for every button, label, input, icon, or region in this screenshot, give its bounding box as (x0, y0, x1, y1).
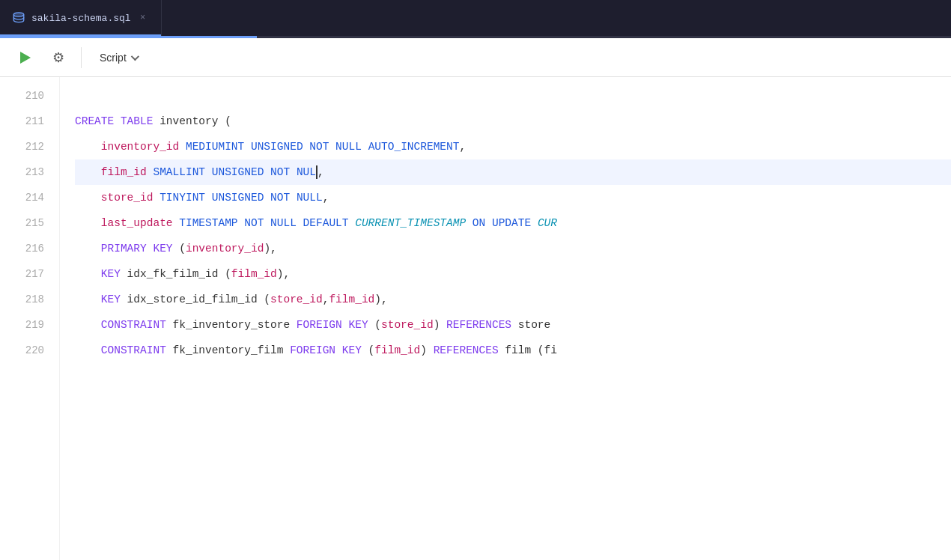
line-num-220: 220 (0, 338, 59, 363)
toolbar: ⚙ Script (0, 38, 951, 77)
code-editor[interactable]: CREATE TABLE inventory ( inventory_id ME… (60, 77, 951, 560)
script-dropdown-button[interactable]: Script (91, 47, 146, 68)
code-line-214: store_id TINYINT UNSIGNED NOT NULL, (75, 185, 951, 210)
tab-filename: sakila-schema.sql (31, 13, 131, 24)
tab-sakila-schema[interactable]: sakila-schema.sql × (0, 0, 162, 36)
code-line-212: inventory_id MEDIUMINT UNSIGNED NOT NULL… (75, 134, 951, 159)
run-icon (20, 52, 31, 64)
script-label: Script (100, 52, 127, 64)
settings-button[interactable]: ⚙ (45, 44, 72, 71)
tab-close-button[interactable]: × (137, 12, 149, 24)
code-line-216: PRIMARY KEY (inventory_id), (75, 236, 951, 261)
chevron-down-icon (131, 52, 139, 60)
line-num-215: 215 (0, 210, 59, 236)
gear-icon: ⚙ (52, 49, 64, 66)
code-line-213: film_id SMALLINT UNSIGNED NOT NUL, (75, 159, 951, 185)
line-num-214: 214 (0, 185, 59, 210)
svg-point-0 (13, 13, 24, 16)
code-line-218: KEY idx_store_id_film_id (store_id,film_… (75, 287, 951, 312)
line-num-217: 217 (0, 261, 59, 287)
db-icon (12, 11, 25, 25)
line-num-211: 211 (0, 109, 59, 134)
line-num-213: 213 (0, 159, 59, 185)
editor-area[interactable]: 210 211 212 213 214 215 216 217 218 219 … (0, 77, 951, 560)
line-num-216: 216 (0, 236, 59, 261)
line-num-210: 210 (0, 83, 59, 109)
tab-bar: sakila-schema.sql × (0, 0, 951, 36)
run-button[interactable] (12, 44, 39, 71)
line-numbers: 210 211 212 213 214 215 216 217 218 219 … (0, 77, 60, 560)
code-line-219: CONSTRAINT fk_inventory_store FOREIGN KE… (75, 312, 951, 338)
toolbar-divider (81, 47, 82, 68)
code-line-211: CREATE TABLE inventory ( (75, 109, 951, 134)
code-line-220: CONSTRAINT fk_inventory_film FOREIGN KEY… (75, 338, 951, 363)
line-num-219: 219 (0, 312, 59, 338)
code-line-215: last_update TIMESTAMP NOT NULL DEFAULT C… (75, 210, 951, 236)
code-line-210 (75, 83, 951, 109)
code-line-217: KEY idx_fk_film_id (film_id), (75, 261, 951, 287)
line-num-218: 218 (0, 287, 59, 312)
line-num-212: 212 (0, 134, 59, 159)
